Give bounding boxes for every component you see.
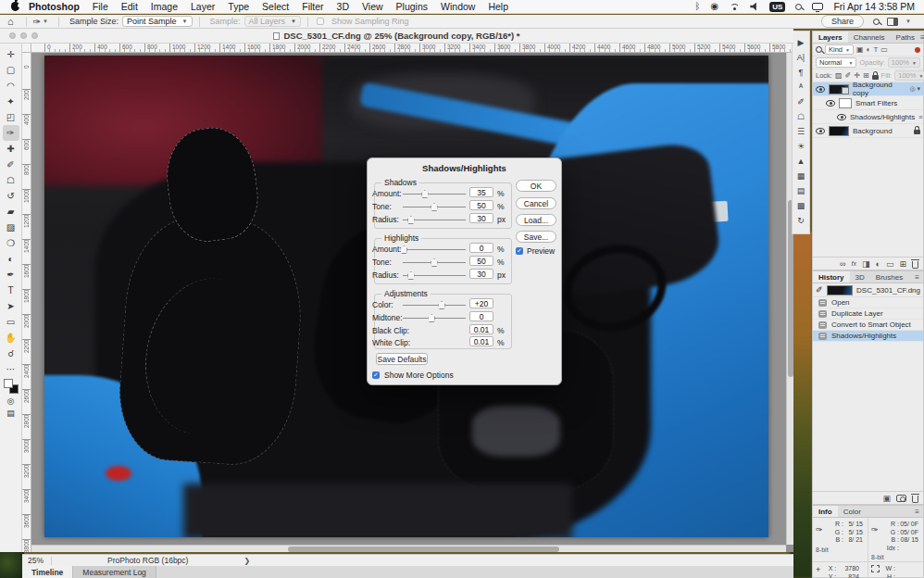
menu-item[interactable]: View — [362, 1, 383, 12]
new-document-from-state-icon[interactable]: ▣ — [882, 494, 891, 503]
history-brush-source-icon[interactable]: ✐ — [816, 285, 823, 295]
blur-tool[interactable]: ❍ — [3, 235, 19, 251]
ruler-corner[interactable] — [22, 44, 31, 53]
delete-state-icon[interactable] — [912, 496, 918, 503]
type-tool[interactable]: T — [3, 283, 19, 298]
shadows-radius-slider[interactable] — [403, 220, 466, 220]
sample-size-dropdown[interactable]: Point Sample ▼ — [122, 16, 192, 27]
shadows-radius-input[interactable]: 30 — [469, 213, 493, 223]
move-tool[interactable]: ✛ — [3, 46, 19, 62]
lock-transparency-icon[interactable]: ▨ — [835, 71, 843, 80]
layer-row-background-copy[interactable]: Background copy ◎▾ — [813, 82, 923, 96]
history-brush-tool[interactable]: ↺ — [3, 188, 19, 204]
layer-filter-kind-dropdown[interactable]: Kind▼ — [825, 44, 854, 55]
white-clip-input[interactable]: 0.01 — [469, 336, 493, 346]
volume-icon[interactable] — [750, 3, 759, 11]
panel-menu-icon[interactable]: ≡ — [920, 31, 924, 43]
eyedropper-preset-icon[interactable]: ✑ — [33, 17, 41, 27]
color-input[interactable]: +20 — [469, 298, 493, 308]
layer-mask-icon[interactable]: ◨ — [862, 259, 870, 269]
screen-mode-button[interactable]: ▤ — [6, 408, 15, 418]
save-defaults-button[interactable]: Save Defaults — [376, 353, 428, 365]
tab-history[interactable]: History — [813, 271, 850, 283]
crop-tool[interactable]: ◰ — [3, 109, 19, 125]
load-button[interactable]: Load... — [516, 214, 556, 226]
menu-item[interactable]: 3D — [337, 1, 349, 12]
layer-thumbnail[interactable] — [829, 126, 849, 136]
midtone-input[interactable]: 0 — [469, 311, 493, 321]
filter-adjustment-icon[interactable]: ◐ — [867, 45, 871, 54]
eye-icon[interactable] — [837, 114, 846, 120]
bottom-tab[interactable]: Measurement Log — [73, 566, 156, 578]
horizontal-scrollbar[interactable] — [31, 545, 786, 552]
quick-selection-tool[interactable]: ✦ — [3, 94, 19, 109]
menu-item[interactable]: Type — [228, 1, 249, 12]
clone-source-panel-icon[interactable]: ☖ — [793, 109, 808, 123]
tab-info[interactable]: Info — [813, 506, 838, 517]
highlights-tone-input[interactable]: 50 — [469, 256, 493, 266]
tab-brushes[interactable]: Brushes — [870, 271, 908, 283]
bottom-tab[interactable]: Timeline — [22, 566, 73, 578]
foreground-color-swatch[interactable] — [4, 379, 13, 388]
gradient-tool[interactable]: ▨ — [3, 220, 19, 235]
blend-mode-dropdown[interactable]: Normal▼ — [816, 57, 856, 68]
actions-panel-icon[interactable]: ▶ — [793, 35, 808, 49]
layer-name[interactable]: Smart Filters — [855, 99, 897, 107]
layer-name[interactable]: Background copy — [853, 81, 905, 97]
eye-icon[interactable] — [816, 86, 825, 93]
lock-position-icon[interactable]: ✛ — [854, 71, 860, 80]
shadows-tone-slider[interactable] — [403, 207, 466, 207]
midtone-slider[interactable] — [403, 318, 466, 319]
bluetooth-icon[interactable]: ᛒ — [695, 2, 701, 11]
character-panel-icon[interactable]: A| — [793, 50, 808, 64]
filter-mask-thumbnail[interactable] — [839, 98, 852, 108]
menu-clock[interactable]: Fri Apr 14 3:58 PM — [833, 1, 915, 12]
home-icon[interactable]: ⌂ — [7, 16, 14, 27]
preset-chevron-icon[interactable]: ▼ — [43, 19, 48, 24]
menu-item[interactable]: Layer — [191, 1, 215, 12]
shape-tool[interactable]: ▭ — [3, 314, 19, 330]
patterns-panel-icon[interactable]: ▦ — [793, 169, 808, 182]
eye-icon[interactable] — [816, 128, 825, 134]
smart-filter-icon[interactable]: ◎ — [909, 85, 915, 93]
menu-item[interactable]: File — [93, 1, 108, 12]
filter-toggle-icon[interactable] — [915, 47, 920, 53]
menu-item[interactable]: Help — [488, 1, 508, 12]
menu-item[interactable]: Edit — [121, 1, 138, 12]
control-center-icon[interactable] — [812, 3, 823, 10]
brush-settings-panel-icon[interactable]: ✐ — [793, 94, 808, 108]
show-more-options-checkbox[interactable]: ✓ — [372, 371, 380, 379]
history-entry[interactable]: Shadows/Highlights — [813, 331, 923, 342]
swatches-panel-icon[interactable]: ▤ — [793, 183, 808, 197]
layer-row-smart-filters[interactable]: Smart Filters — [813, 96, 923, 110]
tab-layers[interactable]: Layers — [813, 31, 848, 43]
glyphs-panel-icon[interactable]: ᴬ — [793, 80, 808, 94]
tab-paths[interactable]: Paths — [891, 31, 920, 43]
properties-panel-icon[interactable]: ☰ — [793, 124, 808, 138]
tab-3d[interactable]: 3D — [850, 271, 870, 283]
ruler-top[interactable]: 0200400600800100012001400160018002000220… — [31, 44, 793, 53]
panel-menu-icon[interactable]: ≡ — [915, 506, 923, 517]
highlights-radius-input[interactable]: 30 — [469, 269, 493, 279]
libraries-panel-icon[interactable]: ▩ — [793, 198, 808, 212]
zoom-tool[interactable]: ☌ — [3, 346, 19, 361]
snapshot-name[interactable]: DSC_5301_CF.dng — [856, 286, 920, 295]
eraser-tool[interactable]: ▰ — [3, 204, 19, 220]
healing-brush-tool[interactable]: ✚ — [3, 141, 19, 157]
shadows-amount-slider[interactable] — [403, 194, 466, 195]
path-selection-tool[interactable]: ➤ — [3, 298, 19, 314]
menu-app-name[interactable]: Photoshop — [29, 1, 80, 12]
color-slider[interactable] — [403, 305, 466, 306]
wifi-icon[interactable] — [729, 3, 740, 11]
history-snapshot-row[interactable]: ✐ DSC_5301_CF.dng — [813, 283, 923, 297]
layer-style-icon[interactable]: fx — [852, 259, 856, 269]
marquee-tool[interactable]: ▢ — [3, 62, 19, 78]
delete-layer-icon[interactable] — [912, 261, 918, 269]
black-clip-input[interactable]: 0.01 — [469, 324, 493, 334]
highlights-radius-slider[interactable] — [403, 275, 466, 276]
quick-mask-button[interactable]: ◎ — [7, 396, 15, 406]
preview-checkbox[interactable]: ✓ — [516, 247, 523, 255]
filter-shape-icon[interactable]: ▭ — [880, 45, 888, 54]
link-layers-icon[interactable]: ∞ — [840, 259, 845, 269]
save-button[interactable]: Save... — [516, 231, 556, 243]
